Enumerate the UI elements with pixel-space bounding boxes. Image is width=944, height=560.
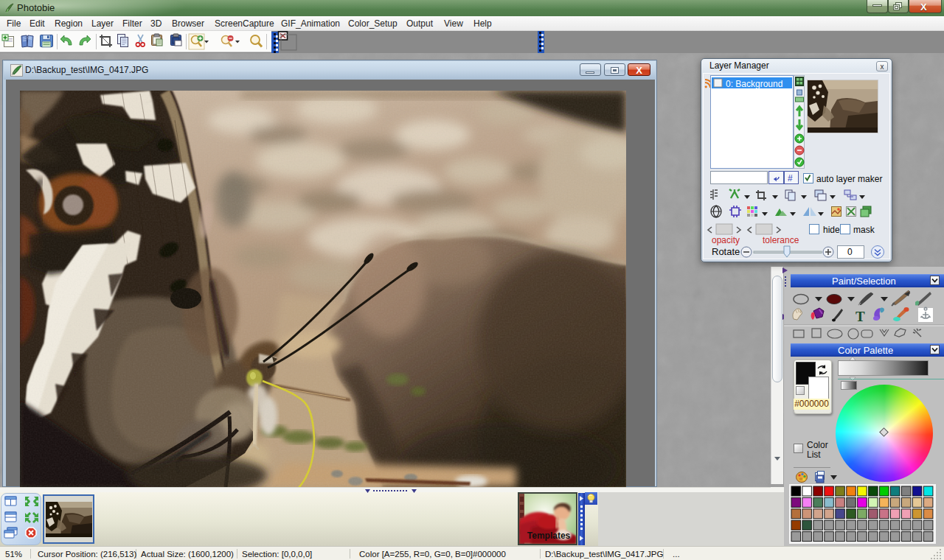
- svg-text:Templates: Templates: [527, 531, 571, 541]
- svg-text:opacity: opacity: [712, 235, 740, 245]
- svg-text:#: #: [788, 173, 793, 183]
- svg-text:Rotate: Rotate: [712, 246, 740, 257]
- svg-text:0: 0: [847, 247, 853, 257]
- svg-text:hide: hide: [823, 225, 840, 235]
- svg-text:auto layer maker: auto layer maker: [816, 174, 882, 184]
- svg-text:0: Background: 0: Background: [726, 79, 782, 89]
- svg-text:mask: mask: [853, 225, 875, 235]
- svg-text:X: X: [636, 66, 642, 75]
- svg-text:T: T: [856, 309, 865, 324]
- svg-text:tolerance: tolerance: [763, 235, 799, 245]
